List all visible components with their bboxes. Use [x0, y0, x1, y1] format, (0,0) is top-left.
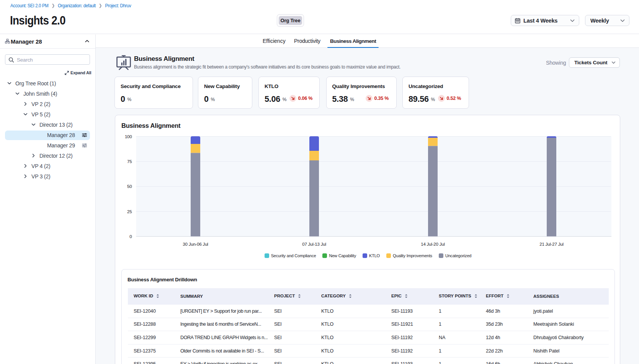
svg-text:50: 50	[127, 184, 132, 189]
svg-text:25: 25	[127, 209, 132, 214]
svg-text:75: 75	[127, 159, 132, 164]
svg-text:0: 0	[129, 234, 132, 239]
svg-text:21 Jul-27 Jul: 21 Jul-27 Jul	[539, 242, 564, 246]
svg-text:30 Jun-06 Jul: 30 Jun-06 Jul	[183, 242, 208, 246]
svg-text:14 Jul-20 Jul: 14 Jul-20 Jul	[421, 242, 445, 246]
svg-text:100: 100	[125, 134, 132, 139]
svg-text:07 Jul-13 Jul: 07 Jul-13 Jul	[302, 242, 326, 246]
